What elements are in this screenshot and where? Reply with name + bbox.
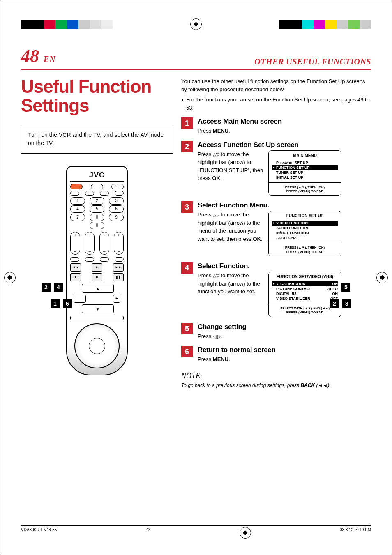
callout-3: 3: [342, 299, 351, 308]
page-header: 48 EN OTHER USEFUL FUNCTIONS: [21, 46, 371, 70]
step-text: Press ◁ ▷.: [198, 332, 371, 341]
button-icon: [85, 191, 94, 196]
osd-main-menu: MAIN MENU Password SET UP FUNCTION SET U…: [268, 150, 341, 196]
osd-item: IN/OUT FUNCTION: [272, 230, 338, 235]
registration-mark-icon: [191, 19, 201, 30]
button-icon: [100, 191, 109, 196]
play-icon: ►: [92, 263, 102, 272]
dpad-up-icon: [82, 284, 114, 293]
rec-icon: ●: [70, 273, 81, 281]
osd-row: PICTURE CONTROLAUTO: [272, 286, 338, 291]
remote-brand: JVC: [70, 171, 124, 182]
fforward-icon: ►►: [113, 263, 124, 272]
callout-1: 1: [51, 299, 60, 308]
button-icon: [100, 257, 109, 262]
step-6: 6 Return to normal screen Press MENU.: [181, 346, 371, 364]
osd-item: Password SET UP: [272, 160, 338, 165]
color-swatches-right: [279, 20, 371, 29]
keypad-5: 5: [90, 205, 104, 213]
power-icon: [70, 184, 83, 189]
left-column: Useful Function Settings Turn on the VCR…: [21, 77, 173, 389]
step-title: Change setting: [198, 323, 371, 331]
footer-filename: VDA300U-EN48-55: [21, 527, 57, 538]
osd-row: DIGITAL R3ON: [272, 291, 338, 296]
keypad-0: 0: [90, 222, 104, 229]
step-title: Select Function Menu.: [198, 201, 371, 210]
osd-title: MAIN MENU: [272, 153, 338, 158]
keypad-6: 6: [109, 205, 124, 213]
bullet-text: For the functions you can set on the Fun…: [181, 96, 371, 112]
osd-function-setup: FUNCTION SET UP VIDEO FUNCTION AUDIO FUN…: [268, 211, 341, 256]
note-heading: NOTE:: [181, 372, 371, 380]
rocker-button: [114, 232, 124, 255]
page-footer: VDA300U-EN48-55 48 03.3.12, 4:19 PM: [21, 525, 371, 538]
step-title: Access Main Menu screen: [198, 117, 371, 126]
intro-box: Turn on the VCR and the TV, and select t…: [21, 125, 173, 153]
step-number: 1: [181, 117, 193, 129]
keypad-7: 7: [70, 214, 85, 221]
note-text: To go back to a previous screen during s…: [181, 382, 371, 389]
callout-5: 5: [341, 283, 350, 292]
step-title: Select Function.: [198, 262, 371, 270]
pause-icon: ❚❚: [113, 273, 124, 281]
page-lang: EN: [44, 55, 56, 64]
step-number: 6: [181, 346, 193, 357]
button-icon: [70, 191, 79, 196]
step-3: 3 Select Function Menu. Press △▽ to move…: [181, 201, 371, 256]
step-title: Access Function Set Up screen: [198, 141, 371, 149]
keypad-8: 8: [90, 214, 104, 221]
keypad-1: 1: [70, 197, 85, 205]
step-title: Return to normal screen: [198, 346, 371, 354]
color-swatches-left: [21, 20, 113, 29]
footer-page: 48: [146, 527, 150, 538]
footer-timestamp: 03.3.12, 4:19 PM: [340, 527, 371, 538]
step-number: 3: [181, 201, 193, 213]
step-text: Press △▽ to move the highlight bar (arro…: [198, 211, 263, 243]
callout-6: 6: [63, 299, 72, 308]
step-text: Press △▽ to move the highlight bar (arro…: [198, 272, 263, 296]
osd-item-selected: VIDEO FUNCTION: [272, 221, 338, 226]
print-registration-bar: [21, 19, 371, 30]
osd-item: TUNER SET UP: [272, 170, 338, 175]
keypad-2: 2: [90, 197, 104, 205]
button-icon: [91, 184, 103, 189]
osd-row-selected: V. CALIBRATIONON: [272, 281, 338, 286]
step-1: 1 Access Main Menu screen Press MENU.: [181, 117, 371, 135]
menu-bar-icon: [70, 316, 124, 320]
step-text: Press MENU.: [198, 355, 371, 364]
manual-page: 48 EN OTHER USEFUL FUNCTIONS Useful Func…: [0, 0, 392, 555]
osd-hint: PRESS (▲▼), THEN (OK)PRESS (MENU) TO END: [272, 184, 338, 194]
title-line-2: Settings: [21, 95, 89, 115]
step-text: Press △▽ to move the highlight bar (arro…: [198, 150, 263, 182]
page-number: 48 EN: [21, 46, 56, 67]
dpad: +: [70, 284, 124, 313]
rocker-button: [70, 232, 80, 255]
dpad-down-icon: [82, 304, 114, 313]
section-title: OTHER USEFUL FUNCTIONS: [254, 57, 371, 67]
rocker-button: [99, 232, 109, 255]
step-5: 5 Change setting Press ◁ ▷.: [181, 323, 371, 341]
osd-video-settings: FUNCTION SET/VIDEO (VHS) V. CALIBRATIONO…: [268, 272, 341, 317]
remote-diagram: JVC ··· 123 456 789 0 ◄◄►►► ●■❚❚ +: [39, 166, 154, 375]
callout-2: 2: [42, 283, 51, 292]
registration-mark-icon: [377, 272, 387, 283]
ok-button-icon: [74, 295, 86, 303]
stop-icon: ■: [92, 273, 102, 281]
title-line-1: Useful Function: [21, 76, 151, 97]
step-2: 2 Access Function Set Up screen Press △▽…: [181, 141, 371, 196]
osd-hint: SELECT WITH (▲▼) AND (◄►)PRESS (MENU) TO…: [272, 306, 338, 315]
dots-icon: ···: [111, 184, 124, 189]
keypad-3: 3: [109, 197, 124, 205]
osd-item-selected: FUNCTION SET UP: [272, 165, 338, 170]
registration-mark-icon: [240, 527, 251, 538]
remote-body: JVC ··· 123 456 789 0 ◄◄►►► ●■❚❚ +: [66, 166, 128, 375]
dpad-right-icon: +: [113, 295, 120, 303]
osd-item: AUDIO FUNCTION: [272, 226, 338, 230]
rocker-button: [85, 232, 95, 255]
right-column: You can use the other useful function se…: [181, 77, 371, 389]
osd-title: FUNCTION SET/VIDEO (VHS): [272, 274, 338, 279]
button-icon: [85, 257, 94, 262]
page-number-value: 48: [21, 46, 39, 66]
registration-mark-icon: [5, 272, 15, 283]
osd-title: FUNCTION SET UP: [272, 214, 338, 218]
